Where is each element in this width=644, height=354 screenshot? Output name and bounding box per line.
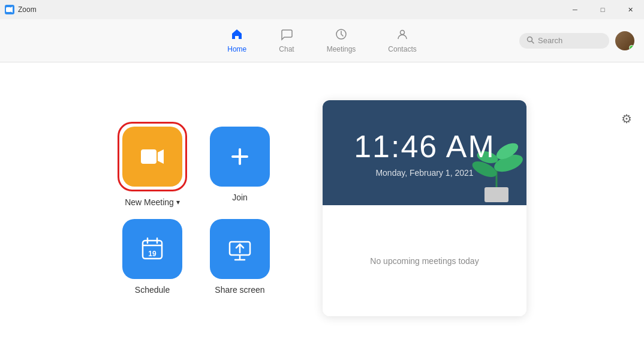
dropdown-arrow-icon: ▾	[176, 198, 180, 206]
search-box[interactable]: Search	[519, 33, 609, 49]
svg-line-6	[532, 41, 534, 43]
new-meeting-button[interactable]	[122, 127, 182, 187]
clock-panel: 11:46 AM Monday, February 1, 2021 No upc…	[323, 100, 526, 316]
plus-icon	[227, 143, 253, 170]
settings-icon: ⚙	[621, 112, 632, 125]
minimize-button[interactable]: ─	[561, 0, 589, 19]
clock-bottom: No upcoming meetings today	[323, 205, 526, 316]
titlebar-left: Zoom	[5, 5, 37, 14]
schedule-label: Schedule	[135, 285, 170, 295]
no-meetings-text: No upcoming meetings today	[370, 256, 479, 266]
search-placeholder: Search	[538, 36, 562, 45]
titlebar: Zoom ─ □ ✕	[0, 0, 644, 19]
chat-icon	[280, 28, 293, 43]
maximize-button[interactable]: □	[589, 0, 616, 19]
home-icon	[230, 28, 243, 43]
clock-date: Monday, February 1, 2021	[375, 168, 473, 178]
join-label: Join	[232, 193, 248, 202]
main-content: ⚙ New Meeting ▾	[0, 62, 644, 354]
new-meeting-item[interactable]: New Meeting ▾	[118, 122, 187, 207]
window-controls: ─ □ ✕	[561, 0, 644, 19]
join-item[interactable]: Join	[210, 127, 270, 202]
avatar[interactable]	[615, 31, 634, 50]
clock-time: 11:46 AM	[354, 128, 495, 164]
new-meeting-wrapper	[118, 122, 187, 191]
online-indicator	[629, 45, 634, 50]
search-icon	[526, 36, 534, 46]
nav-tabs: Home Chat Meetings	[220, 24, 423, 57]
action-grid: New Meeting ▾ Join	[118, 122, 275, 295]
app-container: Home Chat Meetings	[0, 19, 644, 354]
svg-point-4	[401, 31, 405, 35]
calendar-icon: 19	[139, 236, 165, 262]
svg-rect-20	[484, 187, 508, 202]
close-button[interactable]: ✕	[616, 0, 644, 19]
tab-contacts-label: Contacts	[388, 45, 416, 53]
share-screen-icon	[227, 236, 253, 262]
tab-meetings-label: Meetings	[327, 45, 356, 53]
topnav-right: Search	[519, 31, 634, 50]
svg-marker-8	[158, 149, 164, 164]
share-screen-button[interactable]	[210, 219, 270, 279]
top-nav: Home Chat Meetings	[0, 19, 644, 62]
svg-rect-7	[141, 149, 157, 164]
video-camera-icon	[138, 142, 167, 171]
tab-home[interactable]: Home	[220, 24, 254, 57]
settings-button[interactable]: ⚙	[621, 112, 632, 126]
join-button[interactable]	[210, 127, 270, 187]
meetings-icon	[335, 28, 348, 43]
share-screen-item[interactable]: Share screen	[210, 219, 270, 295]
tab-home-label: Home	[227, 45, 246, 53]
app-title: Zoom	[18, 5, 37, 14]
schedule-button[interactable]: 19	[122, 219, 182, 279]
share-screen-label: Share screen	[215, 285, 264, 295]
svg-text:19: 19	[148, 250, 157, 258]
tab-contacts[interactable]: Contacts	[381, 24, 423, 57]
svg-rect-2	[6, 7, 11, 12]
contacts-icon	[396, 28, 409, 43]
tab-chat-label: Chat	[279, 45, 294, 53]
new-meeting-label: New Meeting ▾	[125, 197, 180, 207]
tab-meetings[interactable]: Meetings	[320, 24, 363, 57]
zoom-logo-icon	[5, 5, 14, 14]
schedule-item[interactable]: 19 Schedule	[122, 219, 182, 295]
clock-top: 11:46 AM Monday, February 1, 2021	[323, 100, 526, 205]
tab-chat[interactable]: Chat	[272, 24, 301, 57]
